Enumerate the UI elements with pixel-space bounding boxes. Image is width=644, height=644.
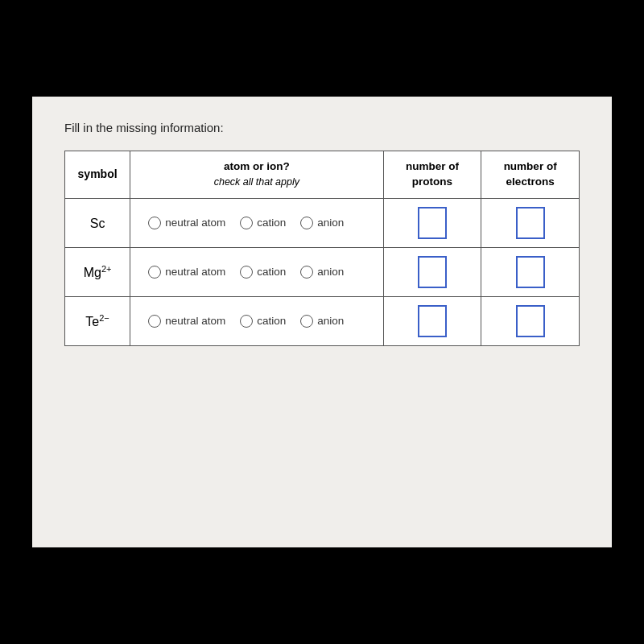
header-atom-or-ion: atom or ion? check all that apply: [130, 151, 383, 199]
radio-circle[interactable]: [300, 217, 313, 229]
instruction-text: Fill in the missing information:: [64, 121, 580, 134]
electrons-te[interactable]: [481, 296, 580, 345]
electrons-input-sc[interactable]: [516, 207, 545, 239]
radio-group-te: neutral atom cation anion: [140, 315, 373, 328]
header-atom-or-ion-sub: check all that apply: [214, 176, 299, 188]
protons-sc[interactable]: [383, 198, 481, 247]
symbol-mg: Mg2+: [65, 247, 130, 296]
option-neutral-atom-te[interactable]: neutral atom: [148, 315, 225, 328]
header-protons: number of protons: [383, 151, 481, 199]
option-anion-mg[interactable]: anion: [300, 266, 344, 279]
radio-circle[interactable]: [300, 266, 313, 279]
table-row: Te2− neutral atom cation: [65, 296, 580, 345]
chemistry-table: symbol atom or ion? check all that apply…: [64, 151, 580, 346]
options-mg: neutral atom cation anion: [130, 247, 383, 296]
option-neutral-atom-sc[interactable]: neutral atom: [148, 217, 225, 229]
protons-mg[interactable]: [383, 247, 481, 296]
radio-circle[interactable]: [148, 217, 161, 229]
option-cation-sc[interactable]: cation: [240, 217, 286, 229]
protons-te[interactable]: [383, 296, 481, 345]
symbol-te: Te2−: [65, 296, 130, 345]
options-sc: neutral atom cation anion: [130, 198, 383, 247]
electrons-input-mg[interactable]: [516, 256, 545, 288]
radio-circle[interactable]: [148, 266, 161, 279]
electrons-input-te[interactable]: [516, 305, 545, 337]
radio-circle[interactable]: [300, 315, 313, 328]
radio-circle[interactable]: [240, 315, 253, 328]
radio-circle[interactable]: [148, 315, 161, 328]
electrons-sc[interactable]: [481, 198, 580, 247]
radio-group-sc: neutral atom cation anion: [140, 217, 373, 229]
option-cation-te[interactable]: cation: [240, 315, 286, 328]
option-cation-mg[interactable]: cation: [240, 266, 286, 279]
header-atom-or-ion-label: atom or ion?: [224, 160, 290, 172]
option-anion-sc[interactable]: anion: [300, 217, 344, 229]
radio-group-mg: neutral atom cation anion: [140, 266, 373, 279]
symbol-sc: Sc: [65, 198, 130, 247]
option-anion-te[interactable]: anion: [300, 315, 344, 328]
table-row: Mg2+ neutral atom cation: [65, 247, 580, 296]
options-te: neutral atom cation anion: [130, 296, 383, 345]
radio-circle[interactable]: [240, 266, 253, 279]
table-row: Sc neutral atom cation: [65, 198, 580, 247]
radio-circle[interactable]: [240, 217, 253, 229]
protons-input-mg[interactable]: [418, 256, 447, 288]
header-electrons: number of electrons: [481, 151, 580, 199]
protons-input-te[interactable]: [418, 305, 447, 337]
electrons-mg[interactable]: [481, 247, 580, 296]
header-symbol: symbol: [65, 151, 130, 199]
option-neutral-atom-mg[interactable]: neutral atom: [148, 266, 225, 279]
page: Fill in the missing information: symbol …: [32, 97, 612, 547]
protons-input-sc[interactable]: [418, 207, 447, 239]
